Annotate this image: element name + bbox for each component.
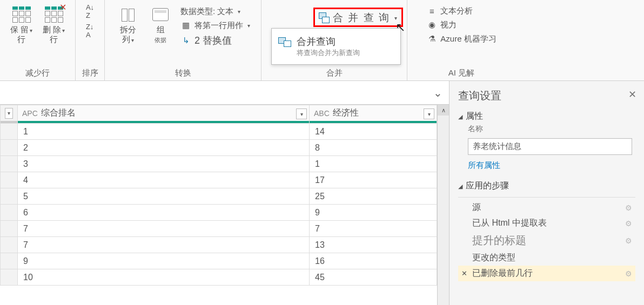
steps-section[interactable]: 应用的步骤 — [458, 180, 635, 192]
table-row[interactable]: 114 — [1, 124, 437, 140]
column-header-2[interactable]: ABC 经济性 ▾ — [310, 105, 437, 124]
merge-dropdown: 合并查询 将查询合并为新查询 — [271, 28, 401, 65]
merge-icon — [319, 12, 330, 23]
group-label-reduce: 减少行 — [25, 67, 50, 79]
replace-values-button[interactable]: ↳2 替换值 — [178, 33, 252, 48]
merge-queries-button[interactable]: 合 并 查 询▾ — [317, 10, 400, 26]
query-name-input[interactable] — [468, 138, 632, 155]
datatype-button[interactable]: 数据类型: 文本▾ — [178, 5, 252, 18]
first-row-header-button[interactable]: ▦将第一行用作▾ — [178, 19, 252, 32]
column-filter-2[interactable]: ▾ — [424, 109, 434, 119]
name-label: 名称 — [468, 124, 635, 134]
applied-step[interactable]: 提升的标题⚙ — [458, 231, 635, 250]
applied-step[interactable]: 已删除最前几行⚙ — [458, 266, 635, 281]
column-filter-1[interactable]: ▾ — [296, 109, 307, 119]
table-row[interactable]: 713 — [1, 237, 437, 253]
query-settings-panel: ✕ 查询设置 属性 名称 所有属性 应用的步骤 源⚙已从 Html 中提取表⚙提… — [450, 81, 644, 305]
panel-title: 查询设置 — [458, 89, 635, 103]
split-column-button[interactable]: 拆分列▾ — [113, 2, 143, 46]
remove-rows-button[interactable]: ✕ 删 除▾行 — [39, 2, 69, 46]
table-row[interactable]: 77 — [1, 221, 437, 237]
column-header-1[interactable]: APC 综合排名 ▾ — [18, 105, 310, 124]
gear-icon[interactable]: ⚙ — [625, 219, 632, 228]
applied-step[interactable]: 已从 Html 中提取表⚙ — [458, 215, 635, 231]
keep-rows-button[interactable]: 保 留▾行 — [7, 2, 36, 46]
gear-icon[interactable]: ⚙ — [625, 269, 632, 278]
group-by-button[interactable]: 组依据 — [146, 2, 175, 46]
close-panel-button[interactable]: ✕ — [628, 89, 636, 100]
group-label-sort: 排序 — [82, 67, 98, 79]
table-row[interactable]: 69 — [1, 205, 437, 221]
data-table: ▾ APC 综合排名 ▾ ABC 经济性 — [0, 105, 449, 305]
table-row[interactable]: 1045 — [1, 269, 437, 286]
gear-icon[interactable]: ⚙ — [625, 236, 632, 245]
group-label-merge: 合并 — [326, 67, 343, 79]
merge-icon — [278, 37, 291, 47]
all-props-link[interactable]: 所有属性 — [468, 160, 635, 171]
vertical-scrollbar[interactable]: ∧ — [437, 105, 449, 305]
table-row[interactable]: 525 — [1, 188, 437, 205]
sort-desc-button[interactable]: Z↓A — [84, 22, 96, 40]
merge-as-new-item[interactable]: 合并查询 将查询合并为新查询 — [276, 33, 396, 60]
text-icon: ≡ — [426, 5, 437, 16]
table-row[interactable]: 916 — [1, 253, 437, 269]
text-analysis-button[interactable]: ≡文本分析 — [424, 4, 498, 17]
table-icon: ▦ — [180, 20, 191, 31]
eye-icon: ◉ — [426, 19, 437, 30]
props-section[interactable]: 属性 — [458, 111, 635, 122]
vision-button[interactable]: ◉视力 — [424, 18, 498, 31]
flask-icon: ⚗ — [426, 33, 437, 44]
azure-ml-button[interactable]: ⚗Azure 机器学习 — [424, 32, 498, 45]
row-filter-button[interactable]: ▾ — [5, 108, 13, 119]
table-row[interactable]: 28 — [1, 140, 437, 156]
table-row[interactable]: 31 — [1, 156, 437, 172]
expand-formula-button[interactable]: ⌄ — [433, 86, 442, 99]
table-row[interactable]: 417 — [1, 172, 437, 188]
applied-step[interactable]: 源⚙ — [458, 200, 635, 215]
applied-step[interactable]: 更改的类型 — [458, 250, 635, 266]
replace-icon: ↳ — [180, 35, 191, 46]
main-area: ⌄ ▾ APC 综合排名 ▾ — [0, 81, 644, 305]
group-label-ai: AI 见解 — [448, 67, 474, 79]
group-label-transform: 转换 — [175, 67, 191, 79]
gear-icon[interactable]: ⚙ — [625, 204, 632, 212]
ribbon: 保 留▾行 ✕ 删 除▾行 减少行 A↓Z Z↓A 排序 拆分列▾ — [0, 0, 644, 81]
sort-asc-button[interactable]: A↓Z — [84, 2, 96, 21]
